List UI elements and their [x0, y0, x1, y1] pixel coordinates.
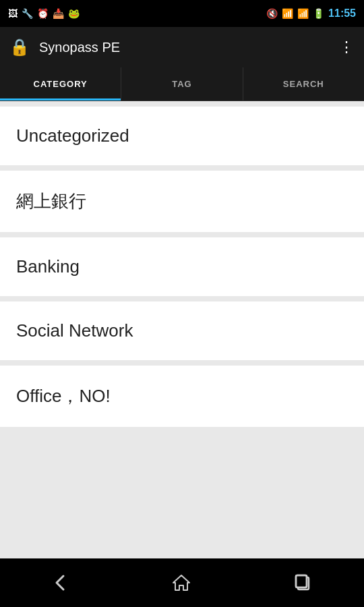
category-label: Uncategorized [16, 125, 129, 146]
recents-button[interactable] [272, 567, 333, 599]
home-icon [172, 573, 191, 592]
list-item[interactable]: Banking [0, 237, 364, 296]
list-item[interactable]: 網上銀行 [0, 171, 364, 232]
category-label: Office，NO! [16, 384, 111, 408]
wifi-icon: 📶 [282, 8, 293, 19]
frog-icon: 🐸 [68, 8, 80, 19]
signal-icon: 📶 [297, 8, 309, 19]
bottom-nav [0, 558, 364, 607]
mute-icon: 🔇 [266, 8, 278, 19]
category-label: Banking [16, 256, 80, 277]
more-menu-button[interactable]: ⋮ [339, 38, 355, 56]
svg-rect-2 [296, 575, 307, 587]
home-button[interactable] [152, 567, 211, 599]
list-item[interactable]: Social Network [0, 301, 364, 360]
back-button[interactable] [31, 567, 90, 599]
status-icons: 🖼 🔧 ⏰ 📥 🐸 [8, 8, 80, 19]
download-icon: 📥 [53, 8, 64, 19]
lock-icon: 🔒 [9, 38, 30, 57]
list-item[interactable]: Office，NO! [0, 366, 364, 427]
tab-bar: CATEGORY TAG SEARCH [0, 67, 364, 101]
tools-icon: 🔧 [22, 8, 33, 19]
photo-icon: 🖼 [8, 8, 18, 19]
tab-search[interactable]: SEARCH [243, 67, 364, 100]
app-title: Synopass PE [39, 40, 339, 55]
battery-icon: 🔋 [313, 8, 324, 19]
list-item[interactable]: Uncategorized [0, 107, 364, 165]
back-arrow-icon [51, 573, 70, 592]
app-bar: 🔒 Synopass PE ⋮ [0, 27, 364, 67]
svg-marker-0 [173, 575, 189, 590]
tab-category[interactable]: CATEGORY [0, 67, 121, 100]
alarm-icon: ⏰ [37, 8, 49, 19]
recents-icon [293, 573, 313, 592]
category-label: Social Network [16, 320, 133, 341]
category-label: 網上銀行 [16, 190, 86, 213]
category-list: Uncategorized 網上銀行 Banking Social Networ… [0, 101, 364, 558]
status-bar: 🖼 🔧 ⏰ 📥 🐸 🔇 📶 📶 🔋 11:55 [0, 0, 364, 27]
tab-tag[interactable]: TAG [121, 67, 243, 100]
status-right: 🔇 📶 📶 🔋 11:55 [266, 7, 356, 20]
status-time: 11:55 [328, 7, 356, 20]
